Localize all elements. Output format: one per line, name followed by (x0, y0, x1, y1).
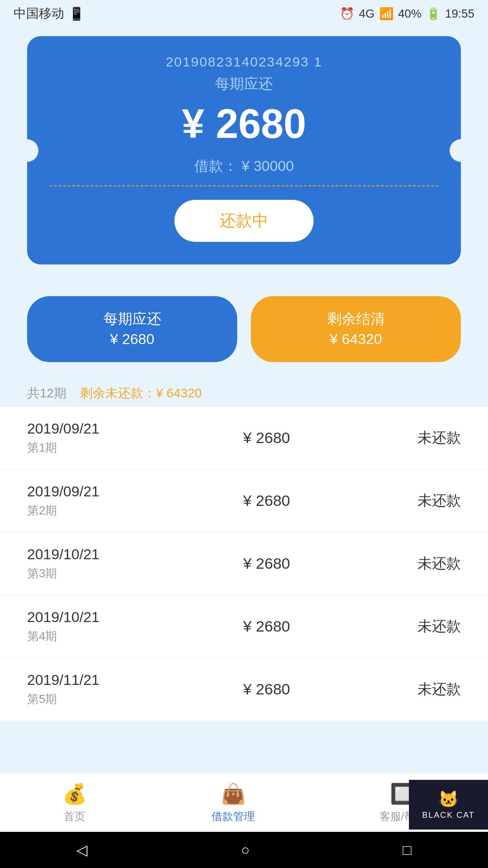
nav-item-home[interactable]: 💰 首页 (62, 782, 87, 824)
row-amount: ¥ 2680 (154, 555, 380, 572)
loan-icon: 👜 (221, 782, 246, 806)
monthly-line1: 每期应还 (36, 309, 228, 329)
ticket-card: 20190823140234293 1 每期应还 ¥ 2680 借款： ¥ 30… (27, 36, 461, 264)
alarm-icon: ⏰ (340, 7, 354, 21)
row-period: 第1期 (27, 440, 154, 456)
summary-remaining-label: 剩余未还款： (80, 386, 156, 400)
clock-time: 19:55 (445, 7, 474, 21)
row-status: 未还款 (380, 554, 461, 574)
summary-remaining: 剩余未还款：¥ 64320 (80, 385, 202, 402)
watermark-text: BLACK CAT (422, 811, 475, 820)
carrier-info: 中国移动 📱 (14, 5, 84, 22)
repay-table: 2019/09/21 第1期 ¥ 2680 未还款 2019/09/21 第2期… (0, 406, 488, 721)
monthly-line2: ¥ 2680 (36, 329, 228, 349)
row-amount: ¥ 2680 (154, 618, 380, 635)
row-date-col: 2019/11/21 第5期 (27, 672, 154, 707)
ticket-loan-label: 借款： (194, 158, 238, 174)
repay-status-button[interactable]: 还款中 (174, 200, 314, 242)
table-row: 2019/11/21 第5期 ¥ 2680 未还款 (0, 658, 488, 721)
settle-line2: ¥ 64320 (260, 329, 452, 349)
row-amount: ¥ 2680 (154, 492, 380, 509)
signal-bars-icon: 📶 (379, 7, 394, 21)
ticket-btn-wrap: 还款中 (50, 200, 438, 242)
row-date-col: 2019/10/21 第3期 (27, 546, 154, 581)
watermark: 🐱 BLACK CAT (409, 780, 488, 830)
summary-total-periods: 共12期 (27, 385, 66, 402)
summary-remaining-amount: ¥ 64320 (156, 386, 202, 400)
home-icon: 💰 (62, 782, 87, 806)
row-period: 第4期 (27, 628, 154, 644)
row-period: 第5期 (27, 691, 154, 707)
row-period: 第2期 (27, 503, 154, 519)
row-date: 2019/09/21 (27, 483, 154, 500)
carrier-name: 中国移动 (14, 5, 64, 22)
ticket-divider (50, 185, 438, 186)
battery-icon: 🔋 (426, 7, 441, 21)
ticket-order-no: 20190823140234293 1 (50, 54, 438, 70)
row-date: 2019/10/21 (27, 609, 154, 626)
row-date-col: 2019/09/21 第1期 (27, 420, 154, 456)
summary-row: 共12期 剩余未还款：¥ 64320 (0, 376, 488, 406)
monthly-payment-button[interactable]: 每期应还 ¥ 2680 (27, 296, 237, 362)
row-status: 未还款 (380, 617, 461, 637)
battery-percent: 40% (398, 7, 422, 21)
ticket-label: 每期应还 (50, 74, 438, 94)
table-row: 2019/10/21 第3期 ¥ 2680 未还款 (0, 533, 488, 595)
home-button[interactable]: ○ (241, 842, 249, 859)
settle-line1: 剩余结清 (260, 309, 452, 329)
action-buttons: 每期应还 ¥ 2680 剩余结清 ¥ 64320 (0, 283, 488, 376)
row-amount: ¥ 2680 (154, 429, 380, 447)
row-date: 2019/09/21 (27, 420, 154, 437)
row-status: 未还款 (380, 491, 461, 511)
ticket-loan: 借款： ¥ 30000 (50, 156, 438, 176)
status-bar: 中国移动 📱 ⏰ 4G 📶 40% 🔋 19:55 (0, 0, 488, 27)
row-date: 2019/11/21 (27, 672, 154, 689)
table-row: 2019/09/21 第1期 ¥ 2680 未还款 (0, 407, 488, 470)
row-date-col: 2019/09/21 第2期 (27, 483, 154, 519)
ticket-wrapper: 20190823140234293 1 每期应还 ¥ 2680 借款： ¥ 30… (0, 27, 488, 283)
table-row: 2019/10/21 第4期 ¥ 2680 未还款 (0, 595, 488, 658)
row-status: 未还款 (380, 679, 461, 699)
loan-label: 借款管理 (211, 809, 255, 824)
settle-button[interactable]: 剩余结清 ¥ 64320 (251, 296, 461, 362)
ticket-loan-amount: ¥ 30000 (242, 158, 294, 174)
table-row: 2019/09/21 第2期 ¥ 2680 未还款 (0, 470, 488, 533)
cat-icon: 🐱 (438, 790, 459, 809)
row-date: 2019/10/21 (27, 546, 154, 563)
row-amount: ¥ 2680 (154, 680, 380, 698)
row-date-col: 2019/10/21 第4期 (27, 609, 154, 644)
ticket-amount: ¥ 2680 (50, 101, 438, 147)
back-button[interactable]: ◁ (76, 841, 88, 859)
nav-item-loan[interactable]: 👜 借款管理 (211, 782, 255, 824)
row-status: 未还款 (380, 428, 461, 448)
carrier-icon: 📱 (69, 6, 84, 21)
home-label: 首页 (64, 809, 85, 824)
system-nav-bar: ◁ ○ □ (0, 832, 488, 868)
recent-button[interactable]: □ (403, 842, 411, 859)
status-right: ⏰ 4G 📶 40% 🔋 19:55 (340, 7, 474, 21)
row-period: 第3期 (27, 566, 154, 581)
signal-text: 4G (359, 7, 375, 21)
